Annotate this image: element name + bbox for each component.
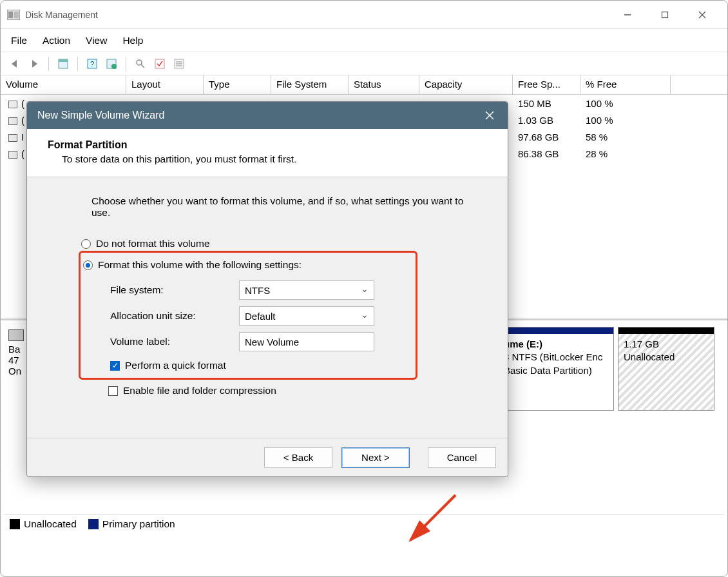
close-button[interactable] xyxy=(684,2,721,28)
legend-swatch-unallocated xyxy=(10,519,20,529)
volume-label-input[interactable]: New Volume xyxy=(239,332,374,351)
svg-text:?: ? xyxy=(90,60,94,68)
label-allocation-unit: Allocation unit size: xyxy=(110,310,239,322)
wizard-intro-text: Choose whether you want to format this v… xyxy=(91,195,469,219)
list-icon[interactable] xyxy=(171,56,187,72)
column-percent-free[interactable]: % Free xyxy=(580,75,671,94)
back-button[interactable]: < Back xyxy=(264,447,332,468)
wizard-footer: < Back Next > Cancel xyxy=(27,438,508,476)
option-do-not-format[interactable]: Do not format this volume xyxy=(81,238,469,249)
column-volume[interactable]: Volume xyxy=(1,75,126,94)
checkbox-icon xyxy=(108,386,118,396)
column-type[interactable]: Type xyxy=(204,75,271,94)
back-icon[interactable] xyxy=(7,56,23,72)
forward-icon[interactable] xyxy=(26,56,42,72)
menu-file[interactable]: File xyxy=(11,35,27,46)
svg-point-13 xyxy=(137,60,142,65)
option-format-with-settings[interactable]: Format this volume with the following se… xyxy=(83,259,410,271)
cancel-button[interactable]: Cancel xyxy=(428,447,496,468)
check-icon[interactable] xyxy=(152,56,168,72)
column-file-system[interactable]: File System xyxy=(271,75,349,94)
radio-icon xyxy=(83,260,93,270)
menubar: File Action View Help xyxy=(1,29,727,52)
toolbar: ? xyxy=(1,52,727,75)
svg-rect-2 xyxy=(14,12,19,18)
allocation-unit-select[interactable]: Default xyxy=(239,306,374,326)
svg-rect-15 xyxy=(155,59,164,68)
legend: Unallocated Primary partition xyxy=(5,514,723,533)
find-icon[interactable] xyxy=(133,56,148,72)
partition-unallocated[interactable]: 1.17 GB Unallocated xyxy=(618,327,714,411)
wizard-header: Format Partition To store data on this p… xyxy=(27,129,508,177)
partition-header-bar xyxy=(618,328,714,334)
column-free-space[interactable]: Free Sp... xyxy=(513,75,580,94)
settings-icon[interactable] xyxy=(104,56,119,72)
wizard-title: New Simple Volume Wizard xyxy=(37,110,164,121)
close-icon[interactable] xyxy=(482,108,497,123)
checkbox-icon xyxy=(110,361,120,371)
toolbar-separator xyxy=(126,57,126,71)
drive-icon xyxy=(8,117,17,125)
app-icon xyxy=(7,10,20,20)
column-capacity[interactable]: Capacity xyxy=(419,75,513,94)
label-volume-label: Volume label: xyxy=(110,336,239,347)
highlight-box: Format this volume with the following se… xyxy=(79,251,417,380)
partition-header-bar xyxy=(499,328,613,334)
disk-icon xyxy=(8,329,24,341)
svg-rect-4 xyxy=(662,12,668,17)
label-file-system: File system: xyxy=(110,284,239,296)
wizard-dialog: New Simple Volume Wizard Format Partitio… xyxy=(26,101,508,477)
svg-rect-8 xyxy=(59,59,68,62)
column-layout[interactable]: Layout xyxy=(126,75,204,94)
maximize-button[interactable] xyxy=(646,2,684,28)
menu-help[interactable]: Help xyxy=(122,35,143,46)
legend-swatch-primary xyxy=(88,519,99,529)
help-icon[interactable]: ? xyxy=(84,56,100,72)
window-titlebar: Disk Management xyxy=(1,1,727,29)
minimize-button[interactable] xyxy=(609,2,646,28)
next-button[interactable]: Next > xyxy=(341,447,410,468)
quick-format-checkbox[interactable]: Perform a quick format xyxy=(110,360,410,371)
drive-icon xyxy=(8,134,17,142)
properties-icon[interactable] xyxy=(55,56,71,72)
window-title: Disk Management xyxy=(25,10,98,20)
toolbar-separator xyxy=(77,57,78,71)
toolbar-separator xyxy=(48,57,49,71)
svg-rect-1 xyxy=(8,12,13,18)
compression-checkbox[interactable]: Enable file and folder compression xyxy=(108,385,469,396)
wizard-page-title: Format Partition xyxy=(48,139,487,151)
drive-icon xyxy=(8,101,17,108)
partition-e[interactable]: ume (E:) 3 NTFS (BitLocker Enc Basic Dat… xyxy=(498,327,614,411)
radio-icon xyxy=(81,239,91,249)
svg-point-12 xyxy=(111,64,117,69)
file-system-select[interactable]: NTFS xyxy=(239,280,374,300)
menu-view[interactable]: View xyxy=(86,35,107,46)
wizard-titlebar: New Simple Volume Wizard xyxy=(27,102,508,129)
svg-line-14 xyxy=(141,64,144,68)
menu-action[interactable]: Action xyxy=(43,35,70,46)
drive-icon xyxy=(8,151,17,159)
column-status[interactable]: Status xyxy=(349,75,419,94)
wizard-page-subtitle: To store data on this partition, you mus… xyxy=(62,153,487,165)
